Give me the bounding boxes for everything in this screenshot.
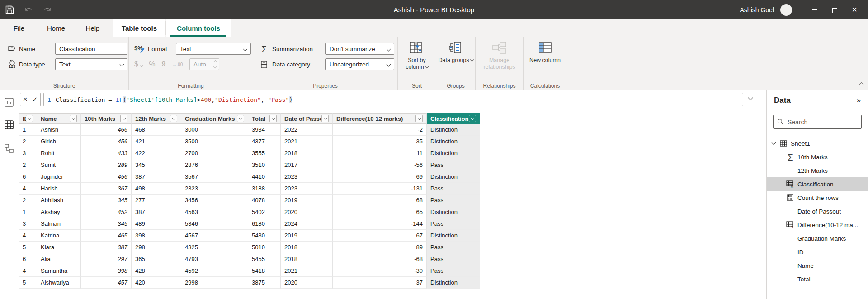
number-format-buttons[interactable]: $ % 9 →.00: [134, 60, 183, 68]
field-item-classification[interactable]: fxClassification: [767, 177, 868, 191]
table-cell[interactable]: 3555: [248, 147, 281, 159]
column-filter-dropdown-icon[interactable]: [321, 115, 329, 122]
table-cell[interactable]: 4592: [181, 265, 248, 277]
table-cell[interactable]: 2023: [281, 171, 333, 183]
field-item-date-of-passout[interactable]: Date of Passout: [767, 204, 868, 218]
table-cell[interactable]: 345: [81, 218, 132, 230]
table-cell[interactable]: 5402: [248, 206, 281, 218]
column-filter-dropdown-icon[interactable]: [469, 115, 476, 122]
table-cell[interactable]: 3567: [181, 171, 248, 183]
table-cell[interactable]: 4325: [181, 242, 248, 253]
table-cell[interactable]: -131: [333, 183, 427, 195]
table-cell[interactable]: 456: [81, 136, 132, 147]
table-cell[interactable]: 68: [333, 195, 427, 206]
table-cell[interactable]: 457: [81, 277, 132, 289]
account-name[interactable]: Ashish Goel: [740, 6, 774, 14]
table-cell[interactable]: 2018: [281, 242, 333, 253]
table-cell[interactable]: 3456: [181, 195, 248, 206]
table-cell[interactable]: 3875: [248, 277, 281, 289]
table-cell[interactable]: 2017: [281, 159, 333, 171]
thousands-separator-icon[interactable]: 9: [162, 60, 166, 68]
table-cell[interactable]: 11: [333, 147, 427, 159]
table-cell[interactable]: 398: [81, 265, 132, 277]
table-cell[interactable]: 4: [19, 230, 37, 242]
column-header-10th-marks[interactable]: 10th Marks: [81, 113, 132, 124]
table-cell[interactable]: 289: [81, 159, 132, 171]
table-cell[interactable]: 5: [19, 277, 37, 289]
table-cell[interactable]: Alia: [37, 253, 81, 265]
table-node-sheet1[interactable]: Sheet1: [767, 137, 868, 150]
table-cell[interactable]: Distinction: [427, 206, 480, 218]
table-cell[interactable]: Pass: [427, 218, 480, 230]
data-type-select[interactable]: Text: [55, 58, 127, 70]
column-name-input[interactable]: Classification: [55, 43, 127, 55]
table-cell[interactable]: 5418: [248, 265, 281, 277]
commit-formula-icon[interactable]: ✓: [32, 95, 38, 104]
expand-formula-bar-icon[interactable]: [749, 96, 753, 100]
table-cell[interactable]: 466: [81, 124, 132, 136]
format-select[interactable]: Text: [176, 43, 251, 55]
table-cell[interactable]: 2998: [181, 277, 248, 289]
table-cell[interactable]: 433: [81, 147, 132, 159]
table-cell[interactable]: Akshay: [37, 206, 81, 218]
table-cell[interactable]: 3934: [248, 124, 281, 136]
table-cell[interactable]: 4410: [248, 171, 281, 183]
restore-button[interactable]: [825, 0, 844, 19]
table-cell[interactable]: 5: [19, 242, 37, 253]
column-filter-dropdown-icon[interactable]: [170, 115, 177, 122]
table-cell[interactable]: Distinction: [427, 230, 480, 242]
table-cell[interactable]: 297: [81, 253, 132, 265]
table-cell[interactable]: 422: [132, 147, 181, 159]
table-cell[interactable]: Joginder: [37, 171, 81, 183]
table-cell[interactable]: 367: [81, 183, 132, 195]
table-cell[interactable]: 2019: [281, 195, 333, 206]
column-header-12th-marks[interactable]: 12th Marks: [132, 113, 181, 124]
table-cell[interactable]: 4793: [181, 253, 248, 265]
table-cell[interactable]: Distinction: [427, 277, 480, 289]
table-cell[interactable]: 277: [132, 195, 181, 206]
table-cell[interactable]: Pass: [427, 253, 480, 265]
table-cell[interactable]: Distinction: [427, 171, 480, 183]
chevron-down-icon[interactable]: [772, 141, 776, 145]
table-cell[interactable]: 2700: [181, 147, 248, 159]
tab-home[interactable]: Home: [42, 19, 71, 37]
table-cell[interactable]: Pass: [427, 195, 480, 206]
table-cell[interactable]: Ashish: [37, 124, 81, 136]
table-cell[interactable]: 3510: [248, 159, 281, 171]
column-filter-dropdown-icon[interactable]: [415, 115, 423, 122]
column-header-classification[interactable]: Classification: [427, 113, 480, 124]
minimize-button[interactable]: [805, 0, 825, 19]
table-cell[interactable]: 5430: [248, 230, 281, 242]
table-cell[interactable]: 5010: [248, 242, 281, 253]
table-cell[interactable]: 2: [19, 136, 37, 147]
table-cell[interactable]: 2: [19, 195, 37, 206]
table-cell[interactable]: 4: [19, 265, 37, 277]
avatar[interactable]: [780, 4, 792, 16]
decimal-auto-spinner[interactable]: Auto: [189, 58, 219, 70]
summarization-select[interactable]: Don't summarize: [326, 43, 394, 55]
table-cell[interactable]: 2020: [281, 277, 333, 289]
table-cell[interactable]: 4078: [248, 195, 281, 206]
data-groups-button[interactable]: Data groups: [436, 41, 475, 64]
tab-table-tools[interactable]: Table tools: [113, 19, 165, 37]
table-cell[interactable]: 6: [19, 253, 37, 265]
column-filter-dropdown-icon[interactable]: [26, 115, 33, 122]
table-cell[interactable]: 2023: [281, 183, 333, 195]
table-cell[interactable]: 2022: [281, 124, 333, 136]
table-cell[interactable]: 420: [132, 277, 181, 289]
currency-icon[interactable]: $: [134, 60, 142, 68]
table-cell[interactable]: 489: [132, 218, 181, 230]
table-cell[interactable]: 2018: [281, 147, 333, 159]
collapse-ribbon-icon[interactable]: [859, 82, 864, 88]
manage-relationships-button[interactable]: Manage relationships: [476, 41, 523, 71]
table-cell[interactable]: Distinction: [427, 136, 480, 147]
table-cell[interactable]: 498: [132, 183, 181, 195]
table-cell[interactable]: 2024: [281, 218, 333, 230]
table-cell[interactable]: 365: [132, 253, 181, 265]
table-cell[interactable]: 6: [19, 171, 37, 183]
table-cell[interactable]: Kiara: [37, 242, 81, 253]
table-cell[interactable]: Pass: [427, 242, 480, 253]
column-header-difference-10-12-marks-[interactable]: Difference(10-12 marks): [333, 113, 427, 124]
table-cell[interactable]: 2323: [181, 183, 248, 195]
field-item-10th-marks[interactable]: ∑10th Marks: [767, 150, 868, 164]
